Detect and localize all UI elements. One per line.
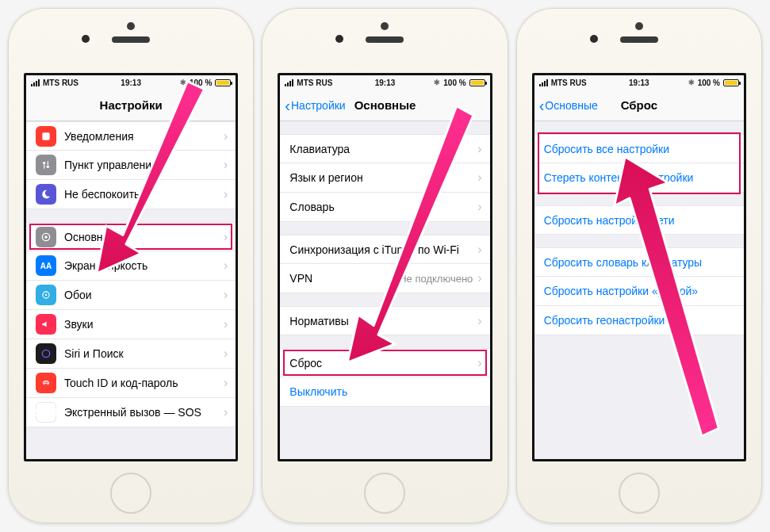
signal-icon [539,79,548,86]
front-camera [590,35,598,43]
row-label: Язык и регион [289,171,477,184]
row-dictionary[interactable]: Словарь › [280,193,489,222]
row-erase-all[interactable]: Стереть контент и настройки [534,163,744,193]
carrier-label: MTS RUS [43,78,79,87]
row-itunes-wifi[interactable]: Синхронизация с iTunes по Wi-Fi › [280,235,489,264]
phone-reset: MTS RUS 19:13 ✱ 100 % ‹ Основные Сброс [516,8,762,523]
bluetooth-icon: ✱ [434,78,440,86]
gear-icon [36,227,56,247]
row-label: Уведомления [64,130,224,143]
status-bar: MTS RUS 19:13 ✱ 100 % [26,75,236,90]
battery-percent: 100 % [190,78,212,87]
chevron-right-icon: › [477,142,481,156]
row-label: Обои [64,289,224,301]
row-general[interactable]: Основные › [26,222,236,251]
siri-icon [36,343,56,364]
battery-icon [469,79,485,86]
control-center-icon [36,155,56,175]
sos-icon: SOS [36,402,56,423]
row-reset-keyboard-dict[interactable]: Сбросить словарь клавиатуры [534,247,744,277]
chevron-right-icon: › [477,314,481,328]
battery-percent: 100 % [698,78,720,87]
phone-settings-root: MTS RUS 19:13 ✱ 100 % Настройки Уведомле… [8,8,254,523]
row-label: Сбросить настройки сети [544,214,736,227]
signal-icon [31,79,40,86]
row-regulatory[interactable]: Нормативы › [280,306,489,335]
row-vpn[interactable]: VPN Не подключено › [280,264,489,293]
row-label: Пункт управления [64,159,224,171]
row-reset-location[interactable]: Сбросить геонастройки [534,306,744,335]
home-button[interactable] [619,473,660,514]
wallpaper-icon [36,285,56,305]
home-button[interactable] [364,473,405,514]
chevron-right-icon: › [477,271,481,285]
row-label: Экстренный вызов — SOS [64,406,224,419]
nav-bar: ‹ Настройки Основные [280,90,489,121]
row-shutdown[interactable]: Выключить [280,377,489,407]
row-label: Сбросить все настройки [544,143,736,155]
chevron-right-icon: › [224,405,228,419]
row-notifications[interactable]: Уведомления › [26,121,236,151]
chevron-right-icon: › [224,230,228,244]
row-label: Не беспокоить [64,188,224,201]
row-reset[interactable]: Сброс › [280,348,489,377]
home-button[interactable] [110,473,151,514]
row-label: Сброс [289,357,477,369]
row-label: Touch ID и код-пароль [64,377,224,389]
svg-point-9 [42,350,49,357]
back-button[interactable]: ‹ Настройки [285,98,345,113]
carrier-label: MTS RUS [551,78,587,87]
svg-point-1 [43,162,46,165]
row-control-center[interactable]: Пункт управления › [26,151,236,180]
speaker-grille [112,36,150,43]
bluetooth-icon: ✱ [180,78,186,86]
status-bar: MTS RUS 19:13 ✱ 100 % [534,75,744,90]
row-display[interactable]: AA Экран и яркость › [26,251,236,281]
screen: MTS RUS 19:13 ✱ 100 % ‹ Настройки Основн… [278,73,492,461]
row-wallpaper[interactable]: Обои › [26,281,236,310]
chevron-left-icon: ‹ [539,98,545,113]
speaker-grille [620,36,658,43]
chevron-right-icon: › [224,158,228,172]
row-label: VPN [289,272,399,285]
battery-percent: 100 % [443,78,465,87]
fingerprint-icon [36,373,56,393]
page-title: Сброс [621,98,657,112]
screen: MTS RUS 19:13 ✱ 100 % Настройки Уведомле… [24,73,238,461]
back-button[interactable]: ‹ Основные [539,98,598,113]
row-label: Siri и Поиск [64,347,224,360]
chevron-right-icon: › [224,129,228,144]
moon-icon [36,184,56,205]
bluetooth-icon: ✱ [688,78,695,86]
row-language[interactable]: Язык и регион › [280,163,489,193]
row-label: Словарь [289,201,477,213]
row-reset-all-settings[interactable]: Сбросить все настройки [534,134,744,163]
page-title: Настройки [100,98,163,112]
clock: 19:13 [629,78,649,87]
row-label: Сбросить словарь клавиатуры [544,256,736,269]
svg-point-8 [45,294,47,296]
chevron-right-icon: › [224,376,228,390]
clock: 19:13 [375,78,396,87]
row-siri[interactable]: Siri и Поиск › [26,339,236,369]
front-camera [335,35,343,43]
row-keyboard[interactable]: Клавиатура › [280,134,489,163]
row-label: Экран и яркость [64,259,224,272]
chevron-left-icon: ‹ [285,98,290,113]
display-icon: AA [36,255,56,276]
row-do-not-disturb[interactable]: Не беспокоить › [26,180,236,209]
phone-general: MTS RUS 19:13 ✱ 100 % ‹ Настройки Основн… [262,8,508,523]
nav-bar: ‹ Основные Сброс [534,90,744,121]
row-label: Основные [64,231,224,243]
front-camera [82,35,90,43]
row-sounds[interactable]: Звуки › [26,310,236,339]
chevron-right-icon: › [224,258,228,273]
row-sos[interactable]: SOS Экстренный вызов — SOS › [26,398,236,427]
status-bar: MTS RUS 19:13 ✱ 100 % [280,75,489,90]
row-label: Клавиатура [289,143,477,155]
row-label: Звуки [64,318,224,331]
row-reset-network[interactable]: Сбросить настройки сети [534,205,744,235]
row-label: Сбросить настройки «Домой» [544,285,736,297]
row-reset-home[interactable]: Сбросить настройки «Домой» [534,277,744,306]
row-touchid[interactable]: Touch ID и код-пароль › [26,369,236,398]
